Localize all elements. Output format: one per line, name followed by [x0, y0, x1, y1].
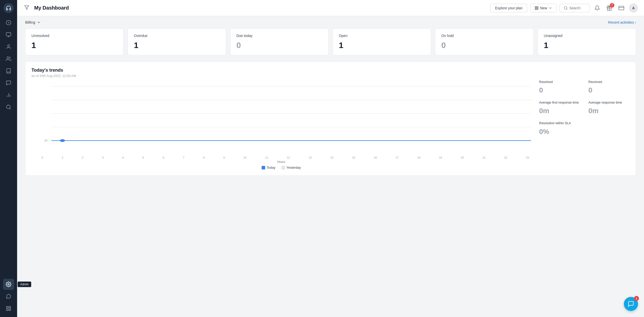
trends-chart: 0 [31, 84, 531, 154]
x-axis-label: 22 [504, 156, 507, 159]
billing-label: Billing [25, 20, 35, 24]
x-axis-label: 4 [122, 156, 124, 159]
gift-button[interactable]: 7 [605, 4, 614, 13]
svg-rect-11 [9, 306, 11, 308]
sidebar-item-home[interactable] [3, 17, 14, 28]
trend-stat-label: Resolution within SLA [539, 121, 580, 125]
sidebar-item-messages[interactable] [3, 291, 14, 302]
trends-subtitle: as of 24th Aug 2022, 12:00 AM [31, 74, 531, 78]
svg-point-3 [7, 57, 9, 59]
x-axis-label: 8 [203, 156, 205, 159]
legend-yesterday-label: Yesterday [287, 166, 301, 169]
x-axis-label: 11 [265, 156, 268, 159]
trends-side: Resolved 0 Received 0 Average first resp… [539, 68, 630, 169]
search-button[interactable]: Search [559, 4, 590, 12]
trend-stat-label: Average response time [588, 100, 630, 105]
legend-yesterday: Yesterday [281, 166, 301, 169]
x-axis-label: 21 [482, 156, 486, 159]
subheader: Billing Recent activities › [17, 16, 644, 28]
x-axis-label: 23 [526, 156, 529, 159]
notifications-button[interactable] [593, 4, 602, 13]
trend-stat-value: 0 [539, 86, 580, 94]
x-axis-label: 14 [330, 156, 333, 159]
x-axis-label: 20 [461, 156, 464, 159]
main-content: My Dashboard Explore your plan New Searc… [17, 0, 644, 317]
x-axis-label: 5 [142, 156, 144, 159]
x-axis-label: 3 [102, 156, 104, 159]
sidebar-item-apps[interactable] [3, 303, 14, 314]
sidebar-item-chat[interactable] [3, 77, 14, 88]
page-title: My Dashboard [34, 5, 486, 11]
svg-text:0: 0 [44, 139, 47, 142]
stat-card: On hold 0 [435, 28, 533, 55]
stat-label: Overdue [134, 34, 220, 38]
svg-point-7 [7, 105, 10, 109]
legend-today: Today [262, 166, 275, 169]
svg-line-8 [10, 108, 11, 109]
x-axis-label: 13 [309, 156, 312, 159]
chart-svg: 0 [31, 84, 531, 154]
stat-value: 1 [31, 41, 117, 50]
trend-stat-value: 0% [539, 128, 580, 136]
x-axis-label: 6 [163, 156, 164, 159]
trends-title: Today's trends [31, 68, 531, 73]
chat-floating-button[interactable]: 1 [624, 297, 638, 311]
svg-rect-13 [7, 309, 8, 310]
trend-stat-item: Average response time 0m [588, 100, 630, 115]
trend-stat-value: 0 [588, 86, 630, 94]
trend-stat-value: 0m [588, 107, 630, 115]
svg-rect-18 [535, 8, 536, 10]
billing-icon-button[interactable] [617, 4, 626, 13]
x-axis-label: 7 [183, 156, 184, 159]
new-label: New [540, 6, 547, 10]
stat-value: 1 [134, 41, 220, 50]
svg-marker-14 [25, 6, 29, 9]
avatar[interactable]: A [629, 4, 638, 13]
sidebar-item-contacts[interactable] [3, 41, 14, 52]
x-axis-label: 17 [395, 156, 398, 159]
sidebar-item-admin[interactable]: Admin [3, 279, 14, 290]
svg-rect-16 [537, 7, 538, 8]
stat-label: Unresolved [31, 34, 117, 38]
x-axis-label: 16 [374, 156, 377, 159]
trend-stat-value: 0m [539, 107, 580, 115]
trend-stat-item: Resolution within SLA 0% [539, 121, 580, 135]
svg-point-9 [8, 284, 9, 285]
svg-rect-15 [535, 7, 536, 8]
topbar-actions: Explore your plan New Search 7 A [490, 4, 638, 13]
today-dot [262, 166, 265, 169]
legend-today-label: Today [267, 166, 275, 169]
sidebar-item-people[interactable] [3, 53, 14, 64]
trend-stat-item: Received 0 [588, 80, 630, 94]
trend-stat-label: Resolved [539, 80, 580, 84]
topbar: My Dashboard Explore your plan New Searc… [17, 0, 644, 16]
trends-main: Today's trends as of 24th Aug 2022, 12:0… [31, 68, 531, 169]
x-axis-label: 1 [62, 156, 63, 159]
sidebar-item-inbox[interactable] [3, 29, 14, 40]
stat-card: Open 1 [333, 28, 431, 55]
new-button[interactable]: New [530, 4, 556, 12]
stat-label: Unassigned [544, 34, 630, 38]
sidebar-item-knowledge[interactable] [3, 65, 14, 76]
explore-plan-button[interactable]: Explore your plan [490, 4, 527, 12]
recent-activities-label: Recent activities › [608, 20, 636, 24]
filter-icon[interactable] [23, 4, 30, 12]
recent-activities-link[interactable]: Recent activities › [608, 20, 636, 24]
hours-label: Hours [31, 160, 531, 164]
stat-card: Due today 0 [230, 28, 329, 55]
floating-badge: 1 [634, 296, 639, 301]
x-axis-label: 0 [42, 156, 43, 159]
stat-label: Due today [236, 34, 322, 38]
billing-dropdown[interactable]: Billing [25, 20, 41, 24]
search-label: Search [569, 6, 580, 10]
stat-label: Open [339, 34, 425, 38]
svg-point-19 [564, 7, 567, 9]
svg-rect-17 [537, 8, 538, 10]
sidebar-item-overview[interactable] [3, 102, 14, 113]
chart-legend: Today Yesterday [31, 166, 531, 169]
app-logo[interactable] [4, 3, 14, 13]
sidebar-item-reports[interactable] [3, 89, 14, 101]
svg-point-2 [8, 45, 9, 47]
yesterday-dot [281, 166, 285, 169]
svg-rect-23 [619, 6, 624, 10]
